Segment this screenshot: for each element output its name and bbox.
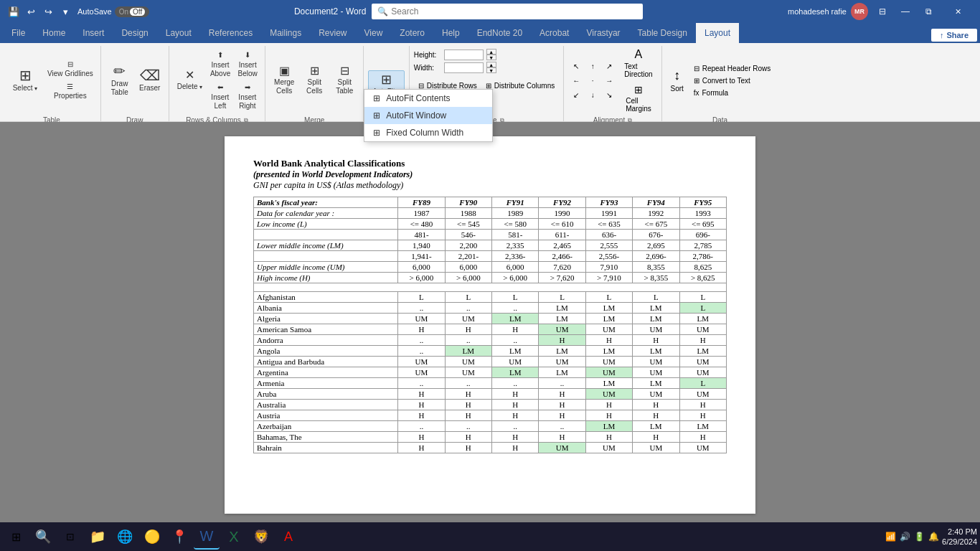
acrobat-icon[interactable]: A (275, 524, 301, 550)
tab-file[interactable]: File (3, 23, 34, 43)
align-middle-left-button[interactable]: ← (568, 74, 584, 87)
restore-button[interactable]: ⧉ (918, 4, 938, 19)
tab-references[interactable]: References (200, 23, 261, 43)
autosave-toggle[interactable]: On Off (115, 6, 150, 17)
tab-acrobat[interactable]: Acrobat (531, 23, 578, 43)
clock[interactable]: 2:40 PM 6/29/2024 (942, 527, 977, 547)
word-icon[interactable]: W (194, 524, 220, 550)
cell-margins-button[interactable]: ⊞ CellMargins (620, 82, 656, 115)
edge-icon[interactable]: 🌐 (112, 524, 138, 550)
tab-layout-active[interactable]: Layout (696, 23, 739, 43)
view-gridlines-icon: ⊟ (67, 60, 73, 69)
eraser-button[interactable]: ⌫ Eraser (136, 66, 164, 95)
split-table-button[interactable]: ⊟ SplitTable (330, 63, 359, 98)
brave-icon[interactable]: 🦁 (248, 524, 274, 550)
autosave-off-label: Off (130, 8, 145, 16)
formula-button[interactable]: fx Formula (691, 88, 774, 98)
tab-mailings[interactable]: Mailings (261, 23, 310, 43)
insert-right-button[interactable]: ➡ InsertRight (235, 81, 260, 113)
width-input[interactable] (444, 62, 484, 73)
minimize-button[interactable]: — (895, 4, 915, 19)
align-bottom-center-button[interactable]: ↓ (585, 88, 600, 101)
notification-icon[interactable]: 🔔 (928, 531, 939, 542)
height-input[interactable] (444, 50, 484, 60)
volume-icon[interactable]: 🔊 (899, 531, 910, 542)
align-top-left-button[interactable]: ↖ (568, 60, 584, 72)
search-box[interactable]: 🔍 (372, 4, 643, 19)
save-button[interactable]: 💾 (6, 4, 22, 19)
chrome-icon[interactable]: 🟡 (139, 524, 165, 550)
tab-review[interactable]: Review (310, 23, 355, 43)
select-button[interactable]: ⊞ Select ▾ (7, 66, 43, 95)
properties-button[interactable]: ☰ Properties (44, 81, 96, 102)
split-cells-button[interactable]: ⊞ SplitCells (300, 63, 329, 98)
align-bottom-left-button[interactable]: ↙ (568, 88, 584, 101)
insert-left-label: InsertLeft (211, 93, 229, 110)
tab-view[interactable]: View (356, 23, 392, 43)
insert-above-button[interactable]: ⬆ InsertAbove (207, 49, 233, 80)
align-center-button[interactable]: · (585, 74, 600, 87)
merge-cells-button[interactable]: ▣ MergeCells (270, 63, 298, 98)
search-taskbar-button[interactable]: 🔍 (30, 524, 56, 550)
height-spinner: ▲ ▼ (486, 49, 496, 60)
delete-button[interactable]: ✕ Delete ▾ (174, 67, 206, 93)
tab-layout[interactable]: Layout (157, 23, 200, 43)
autofit-window-item[interactable]: ⊞ AutoFit Window (364, 107, 492, 124)
fixed-column-width-item[interactable]: ⊞ Fixed Column Width (364, 124, 492, 141)
eraser-label: Eraser (139, 84, 160, 93)
distribute-columns-button[interactable]: ⊞ Distribute Columns (483, 80, 557, 91)
tab-insert[interactable]: Insert (74, 23, 113, 43)
draw-group-buttons: ✏ DrawTable ⌫ Eraser (105, 46, 164, 115)
tab-design[interactable]: Design (113, 23, 156, 43)
insert-left-button[interactable]: ⬅ InsertLeft (207, 81, 233, 113)
table-group-buttons: ⊞ Select ▾ ⊟ View Gridlines ☰ Properties (7, 46, 96, 115)
text-direction-button[interactable]: A TextDirection (620, 46, 656, 80)
share-icon: ↑ (940, 31, 944, 39)
search-input[interactable] (391, 6, 637, 17)
view-gridlines-button[interactable]: ⊟ View Gridlines (44, 59, 96, 80)
repeat-header-rows-button[interactable]: ⊟ Repeat Header Rows (691, 63, 774, 74)
close-button[interactable]: ✕ (941, 0, 974, 23)
ribbon-display-icon[interactable]: ⊟ (872, 4, 892, 19)
autosave-area: AutoSave On Off (77, 6, 149, 17)
customize-qa-button[interactable]: ▾ (57, 4, 73, 19)
width-spinner: ▲ ▼ (486, 62, 496, 73)
network-icon[interactable]: 📶 (885, 531, 896, 542)
file-explorer-icon[interactable]: 📁 (85, 524, 110, 550)
maps-icon[interactable]: 📍 (166, 524, 192, 550)
align-top-right-button[interactable]: ↗ (601, 60, 617, 72)
aruba-row: Aruba H H H H UM UM UM (254, 389, 727, 400)
height-down-button[interactable]: ▼ (486, 55, 496, 60)
start-button[interactable]: ⊞ (3, 524, 29, 550)
align-top-center-button[interactable]: ↑ (585, 60, 600, 72)
sort-button[interactable]: ↕ Sort (666, 66, 688, 95)
autofit-contents-item[interactable]: ⊞ AutoFit Contents (364, 90, 492, 107)
draw-table-button[interactable]: ✏ DrawTable (105, 62, 134, 99)
align-bottom-right-button[interactable]: ↘ (601, 88, 617, 101)
antigua-row: Antigua and Barbuda UM UM UM UM UM UM UM (254, 357, 727, 367)
tab-home[interactable]: Home (34, 23, 74, 43)
sort-label: Sort (671, 85, 684, 93)
title-bar-center: Document2 - Word 🔍 (154, 4, 783, 19)
convert-to-text-button[interactable]: ⊞ Convert to Text (691, 75, 774, 86)
width-up-button[interactable]: ▲ (486, 62, 496, 67)
split-table-label: SplitTable (336, 78, 353, 95)
tab-endnote[interactable]: EndNote 20 (468, 23, 531, 43)
redo-button[interactable]: ↪ (40, 4, 56, 19)
undo-button[interactable]: ↩ (23, 4, 39, 19)
task-view-button[interactable]: ⊡ (57, 524, 83, 550)
tab-zotero[interactable]: Zotero (391, 23, 433, 43)
avatar[interactable]: MR (851, 3, 868, 20)
share-button[interactable]: ↑ Share (931, 29, 977, 42)
width-down-button[interactable]: ▼ (486, 67, 496, 73)
height-up-button[interactable]: ▲ (486, 49, 496, 55)
align-row-1: ↖ ↑ ↗ (568, 60, 617, 72)
tab-table-design[interactable]: Table Design (629, 23, 696, 43)
tab-help[interactable]: Help (433, 23, 468, 43)
armenia-row: Armenia .. .. .. .. LM LM L (254, 378, 727, 389)
excel-icon[interactable]: X (221, 524, 247, 550)
align-middle-right-button[interactable]: → (601, 74, 617, 87)
tab-virastyar[interactable]: Virastyar (578, 23, 628, 43)
battery-icon[interactable]: 🔋 (913, 531, 925, 542)
insert-below-button[interactable]: ⬇ InsertBelow (235, 49, 260, 80)
